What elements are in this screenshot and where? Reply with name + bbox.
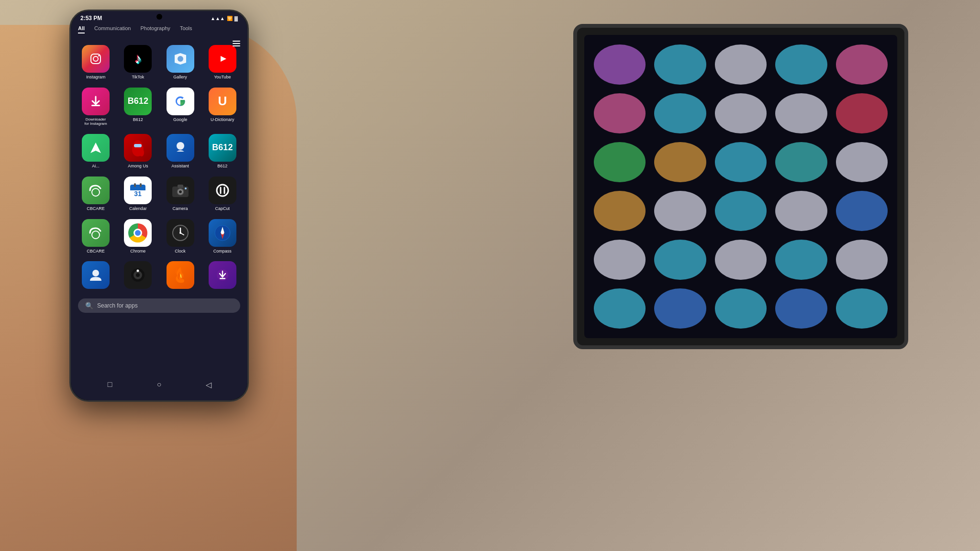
svg-point-27: [92, 231, 100, 239]
app-icon-google: [167, 88, 194, 115]
app-label-among-us: Among Us: [128, 164, 148, 169]
app-label-camera: Camera: [173, 206, 188, 211]
app-item-camera[interactable]: Camera: [159, 173, 201, 215]
app-item-aim[interactable]: Ai...: [75, 130, 117, 173]
tv-dot: [715, 142, 767, 182]
tab-tools[interactable]: Tools: [180, 25, 192, 33]
app-item-udictionary[interactable]: U U-Dictionary: [201, 84, 244, 130]
svg-point-35: [221, 231, 224, 234]
app-label-instagram: Instagram: [86, 75, 105, 80]
app-item-b612-teal[interactable]: B612 B612: [201, 130, 244, 173]
app-label-b612-teal: B612: [217, 164, 227, 169]
u-text: U: [218, 94, 227, 109]
svg-rect-42: [220, 278, 225, 279]
app-item-instagram[interactable]: Instagram: [75, 41, 117, 84]
tv-dot: [775, 288, 827, 329]
app-icon-download2: [209, 261, 236, 289]
search-bar[interactable]: 🔍 Search for apps: [78, 298, 240, 313]
app-label-cbcare2: CBCARE: [87, 249, 105, 254]
app-icon-gallery: [167, 45, 194, 73]
tv-dot: [715, 44, 767, 85]
back-icon: ◁: [206, 380, 212, 389]
svg-text:31: 31: [134, 190, 142, 198]
nav-home-button[interactable]: ○: [155, 380, 164, 389]
app-item-chrome[interactable]: Chrome: [117, 215, 159, 258]
tv-dot: [715, 240, 767, 280]
app-item-calendar[interactable]: 31 Calendar: [117, 173, 159, 215]
app-item-among-us[interactable]: Among Us: [117, 130, 159, 173]
tv-dot: [715, 288, 767, 329]
app-label-calendar: Calendar: [129, 206, 147, 211]
tv-dot: [594, 288, 646, 329]
category-tabs: All Communication Photography Tools: [71, 23, 247, 37]
app-icon-udictionary: U: [209, 88, 236, 115]
tab-communication[interactable]: Communication: [94, 25, 131, 33]
app-item-assistant[interactable]: Assistant: [159, 130, 201, 173]
wifi-icon: 🛜: [227, 16, 233, 21]
app-item-google[interactable]: Google: [159, 84, 201, 130]
svg-marker-7: [90, 143, 101, 153]
app-item-compass[interactable]: Compass: [201, 215, 244, 258]
app-icon-compass: [209, 219, 236, 247]
app-icon-youtube: [209, 45, 236, 73]
b612-teal-text: B612: [212, 143, 233, 153]
tv-dot: [654, 240, 706, 280]
app-icon-b612: B612: [124, 88, 152, 115]
tab-photography[interactable]: Photography: [140, 25, 170, 33]
app-label-udictionary: U-Dictionary: [211, 117, 234, 122]
tv-screen: [584, 35, 897, 338]
tv-dot: [836, 288, 888, 329]
menu-icon[interactable]: [233, 41, 240, 46]
svg-rect-10: [134, 144, 142, 147]
app-item-cbcare2[interactable]: CBCARE: [75, 215, 117, 258]
app-item-capcut[interactable]: CapCut: [201, 173, 244, 215]
app-icon-among-us: [124, 134, 152, 162]
nav-square-button[interactable]: □: [105, 380, 115, 389]
tab-all[interactable]: All: [78, 25, 85, 33]
menu-line-1: [233, 41, 240, 42]
app-label-cbcare: CBCARE: [87, 206, 105, 211]
app-label-chrome: Chrome: [130, 249, 145, 254]
app-item-fire[interactable]: [159, 257, 201, 295]
app-icon-mivi: [124, 261, 152, 289]
tv-dot: [654, 142, 706, 182]
app-icon-downloader: [82, 88, 110, 115]
menu-line-3: [233, 45, 240, 46]
tv-dot: [594, 44, 646, 85]
home-icon: ○: [157, 380, 162, 389]
camera-notch: [156, 14, 162, 20]
tv-dot: [836, 240, 888, 280]
app-icon-cbcare2: [82, 219, 110, 247]
app-label-clock: Clock: [175, 249, 186, 254]
svg-point-13: [92, 188, 100, 196]
app-item-gallery[interactable]: Gallery: [159, 41, 201, 84]
app-icon-capcut: [209, 176, 236, 204]
tv-dot: [775, 191, 827, 231]
app-item-b612[interactable]: B612 B612: [117, 84, 159, 130]
app-item-downloader[interactable]: Downloaderfor Instagram: [75, 84, 117, 130]
tv-dot: [775, 240, 827, 280]
tv-dot: [836, 142, 888, 182]
app-label-youtube: YouTube: [214, 75, 231, 80]
app-item-download2[interactable]: [201, 257, 244, 295]
app-label-downloader: Downloaderfor Instagram: [85, 117, 107, 126]
app-icon-cbcare: [82, 176, 110, 204]
app-item-youtube[interactable]: YouTube: [201, 41, 244, 84]
app-item-clock[interactable]: Clock: [159, 215, 201, 258]
app-item-mivi[interactable]: [117, 257, 159, 295]
app-icon-tiktok: ♪: [124, 45, 152, 73]
tv-dot: [654, 288, 706, 329]
tv-dot: [715, 93, 767, 133]
svg-point-31: [179, 232, 181, 234]
svg-point-36: [92, 270, 99, 276]
app-item-cbcare[interactable]: CBCARE: [75, 173, 117, 215]
app-label-google: Google: [173, 117, 187, 122]
nav-back-button[interactable]: ◁: [204, 380, 213, 389]
svg-rect-18: [134, 183, 136, 187]
tv-dot: [654, 191, 706, 231]
app-item-tiktok[interactable]: ♪ TikTok: [117, 41, 159, 84]
app-item-contacts[interactable]: [75, 257, 117, 295]
svg-point-23: [179, 190, 182, 193]
phone-screen: 2:53 PM ▲▲▲ 🛜 ▓ All Communication Photog…: [71, 11, 247, 400]
app-icon-b612-teal: B612: [209, 134, 236, 162]
